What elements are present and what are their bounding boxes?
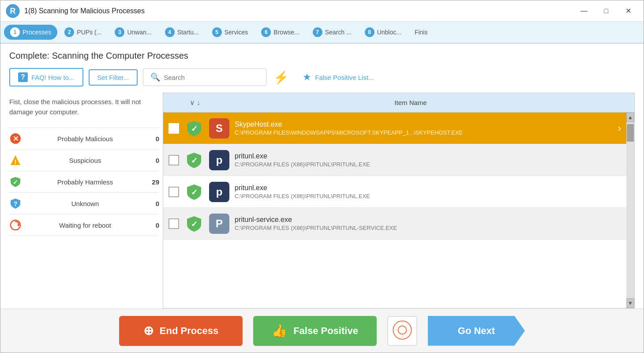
tab-number: 6 [261,27,271,37]
item-checkbox-3[interactable] [168,187,179,197]
suspicious-label: Suspicious [26,157,144,164]
probably-malicious-label: Probably Malicious [26,135,144,143]
reboot-icon [9,219,22,231]
tab-processes[interactable]: 1Processes [4,25,57,40]
blue-question-icon: ? [9,197,22,210]
faq-button[interactable]: ? FAQ! How to... [9,68,83,86]
tab-number: 1 [10,27,20,37]
fp-list-label: False Positive List... [315,74,374,81]
item-checkbox-4[interactable] [168,218,179,229]
tab-label: Services [225,29,248,36]
tab-label: Processes [22,29,51,36]
probably-harmless-label: Probably Harmless [26,178,144,186]
svg-text:✓: ✓ [191,124,198,133]
tab-label: Unbloc... [377,29,401,36]
window-controls: — □ ✕ [574,4,638,18]
go-next-button[interactable]: Go Next [428,316,525,346]
tab-number: 4 [165,27,175,37]
tab-label: Finis [415,29,428,36]
scrollbar-up-button[interactable]: ▲ [626,113,634,122]
tab-label: Search ... [325,29,352,36]
probably-harmless-count: 29 [149,178,159,186]
false-positive-list-button[interactable]: ★ False Positive List... [296,68,381,86]
tab-startu---[interactable]: 4Startu... [159,25,205,40]
red-x-icon: ✕ [9,132,22,145]
lifebuoy-icon [393,320,412,341]
stat-unknown: ? Unknown 0 [9,192,159,214]
shield-icon-2: ✓ [184,150,204,170]
item-info-4: pritunl-service.exe C:\PROGRAM FILES (X8… [235,216,621,231]
help-button[interactable] [387,316,417,346]
filter-button[interactable]: Set Filter... [89,69,138,86]
sidebar: Fist, close the malicious processes. It … [9,93,159,308]
tab-number: 5 [212,27,222,37]
close-button[interactable]: ✕ [618,4,638,18]
shield-icon-3: ✓ [184,182,204,202]
svg-text:✓: ✓ [191,156,198,165]
scrollbar-thumb[interactable] [627,124,634,142]
faq-label: FAQ! How to... [31,74,75,81]
tab-unbloc---[interactable]: 8Unbloc... [359,25,408,40]
sort-up-icon: ↓ [197,99,200,107]
item-info-1: SkypeHost.exe C:\PROGRAM FILES\WINDOWSAP… [235,120,611,136]
tab-number: 7 [313,27,322,37]
tab-browse---[interactable]: 6Browse... [255,25,305,40]
false-positive-button[interactable]: 👍 False Positive [253,316,377,346]
tab-number: 3 [115,27,124,37]
shield-icon-1: ✓ [184,119,204,138]
question-icon: ? [18,72,28,82]
search-input[interactable] [164,74,252,81]
app-icon-3: p [209,182,229,202]
maximize-button[interactable]: □ [596,4,616,18]
search-box: 🔍 [143,68,266,86]
tab-pups-----[interactable]: 2PUPs (... [58,25,108,40]
list-item[interactable]: ✓ P pritunl-service.exe C:\PROGRAM FILES… [163,208,626,240]
false-positive-label: False Positive [293,325,358,337]
list-scroll[interactable]: ✓ S SkypeHost.exe C:\PROGRAM FILES\WINDO… [163,113,626,308]
svg-text:✕: ✕ [13,135,19,143]
main-window: R 1(8) Scanning for Malicious Processes … [0,0,644,353]
app-icon-4: P [209,214,229,234]
suspicious-count: 0 [149,157,159,164]
item-path-4: C:\PROGRAM FILES (X86)\PRITUNL\PRITUNL-S… [235,225,621,231]
yellow-warning-icon: ! [9,154,22,166]
tab-services[interactable]: 5Services [206,25,255,40]
tab-label: PUPs (... [77,29,101,36]
title-bar: R 1(8) Scanning for Malicious Processes … [0,0,644,22]
filter-label: Set Filter... [97,74,129,81]
tab-unwan---[interactable]: 3Unwan... [109,25,157,40]
tab-label: Browse... [273,29,299,36]
unknown-count: 0 [149,200,159,207]
toolbar: ? FAQ! How to... Set Filter... 🔍 ⚡ ★ Fal… [9,68,635,86]
list-item[interactable]: ✓ p pritunl.exe C:\PROGRAM FILES (X86)\P… [163,144,626,176]
stat-probably-harmless: ✓ Probably Harmless 29 [9,171,159,192]
waiting-reboot-count: 0 [149,222,159,229]
scrollbar-down-button[interactable]: ▼ [626,298,634,308]
unknown-label: Unknown [26,200,144,207]
end-process-button[interactable]: ⊕ End Process [119,316,243,346]
item-path-1: C:\PROGRAM FILES\WINDOWSAPPS\MICROSOFT.S… [235,129,611,136]
item-path-3: C:\PROGRAM FILES (X86)\PRITUNL\PRITUNL.E… [235,193,621,199]
lightning-button[interactable]: ⚡ [272,68,290,86]
item-checkbox-2[interactable] [168,155,179,165]
item-info-3: pritunl.exe C:\PROGRAM FILES (X86)\PRITU… [235,184,621,199]
scrollbar: ▲ ▼ [626,113,634,308]
item-checkbox-1[interactable] [168,123,179,134]
crosshair-icon: ⊕ [143,323,154,338]
stat-suspicious: ! Suspicious 0 [9,149,159,171]
tab-search----[interactable]: 7Search ... [307,25,358,40]
list-body: ✓ S SkypeHost.exe C:\PROGRAM FILES\WINDO… [163,113,634,308]
svg-text:R: R [10,7,16,15]
sort-controls[interactable]: ∨ ↓ [190,98,200,107]
list-item[interactable]: ✓ S SkypeHost.exe C:\PROGRAM FILES\WINDO… [163,113,626,144]
minimize-button[interactable]: — [574,4,594,18]
list-item[interactable]: ✓ p pritunl.exe C:\PROGRAM FILES (X86)\P… [163,176,626,208]
star-icon: ★ [303,71,311,83]
tab-label: Startu... [177,29,199,36]
app-icon: R [6,4,20,18]
stat-probably-malicious: ✕ Probably Malicious 0 [9,128,159,149]
tab-finis[interactable]: Finis [408,26,434,38]
item-name-1: SkypeHost.exe [235,120,611,128]
bottom-bar: ⊕ End Process 👍 False Positive [0,308,644,353]
item-name-3: pritunl.exe [235,184,621,192]
